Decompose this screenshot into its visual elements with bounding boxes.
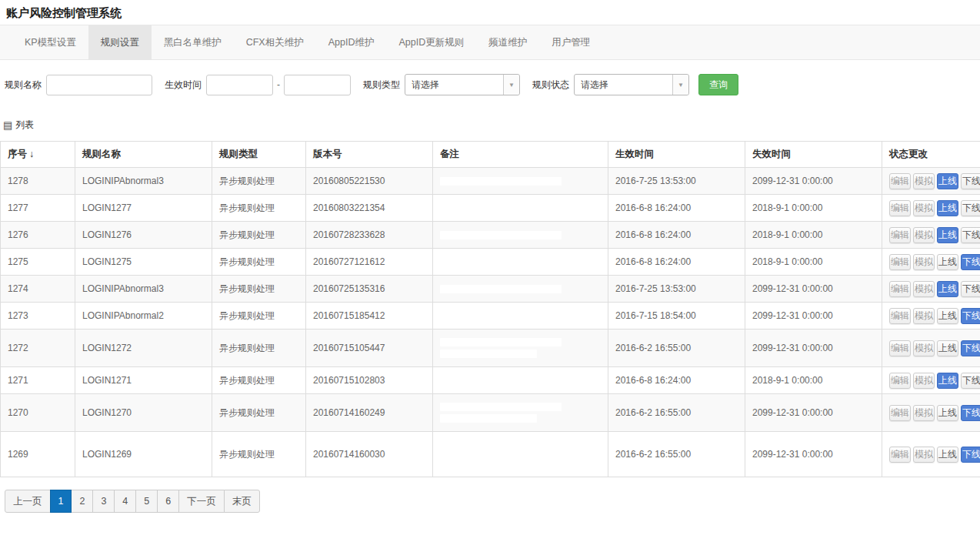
- page-number-button[interactable]: 6: [157, 490, 179, 513]
- rule-type-label: 规则类型: [363, 79, 400, 92]
- page-number-button[interactable]: 1: [50, 490, 72, 513]
- online-button[interactable]: 上线: [937, 281, 958, 297]
- cell-type: 异步规则处理: [212, 168, 306, 195]
- simulate-button[interactable]: 模拟: [913, 200, 935, 216]
- offline-button[interactable]: 下线: [961, 173, 980, 189]
- offline-button[interactable]: 下线: [961, 227, 980, 243]
- edit-button[interactable]: 编辑: [889, 373, 911, 389]
- column-label: 状态更改: [889, 149, 928, 159]
- search-button[interactable]: 查询: [698, 74, 738, 95]
- cell-expire: 2099-12-31 0:00:00: [745, 168, 882, 195]
- online-button[interactable]: 上线: [937, 405, 958, 421]
- cell-version: 20160727121612: [306, 249, 433, 276]
- online-button[interactable]: 上线: [937, 227, 958, 243]
- nav-tab-2[interactable]: 黑白名单维护: [152, 25, 234, 59]
- simulate-button[interactable]: 模拟: [913, 281, 935, 297]
- offline-button[interactable]: 下线: [961, 447, 980, 463]
- simulate-button[interactable]: 模拟: [913, 173, 935, 189]
- nav-tab-5[interactable]: AppID更新规则: [386, 25, 476, 59]
- rule-status-label: 规则状态: [532, 79, 569, 92]
- cell-id: 1269: [1, 432, 75, 477]
- nav-tab-3[interactable]: CFX相关维护: [234, 25, 316, 59]
- offline-button[interactable]: 下线: [961, 254, 980, 270]
- cell-name: LOGINIPAbnormal3: [75, 276, 212, 303]
- cell-expire: 2099-12-31 0:00:00: [745, 303, 882, 330]
- column-header[interactable]: 序号↓: [1, 142, 75, 168]
- status-button-group: 编辑模拟上线下线: [889, 254, 973, 270]
- list-section-header: ▤ 列表: [3, 119, 980, 132]
- cell-status-actions: 编辑模拟上线下线: [882, 432, 980, 477]
- online-button[interactable]: 上线: [937, 373, 958, 389]
- simulate-button[interactable]: 模拟: [913, 308, 935, 324]
- nav-tab-6[interactable]: 频道维护: [476, 25, 539, 59]
- edit-button[interactable]: 编辑: [889, 340, 911, 356]
- simulate-button[interactable]: 模拟: [913, 227, 935, 243]
- online-button[interactable]: 上线: [937, 173, 958, 189]
- page-number-button[interactable]: 2: [71, 490, 93, 513]
- offline-button[interactable]: 下线: [961, 200, 980, 216]
- cell-id: 1273: [1, 303, 75, 330]
- edit-button[interactable]: 编辑: [889, 405, 911, 421]
- cell-version: 20160725135316: [306, 276, 433, 303]
- status-button-group: 编辑模拟上线下线: [889, 308, 973, 324]
- rule-name-input[interactable]: [46, 75, 152, 95]
- edit-button[interactable]: 编辑: [889, 447, 911, 463]
- nav-tab-7[interactable]: 用户管理: [539, 25, 602, 59]
- offline-button[interactable]: 下线: [961, 281, 980, 297]
- cell-type: 异步规则处理: [212, 222, 306, 249]
- online-button[interactable]: 上线: [937, 200, 958, 216]
- cell-id: 1276: [1, 222, 75, 249]
- offline-button[interactable]: 下线: [961, 340, 980, 356]
- edit-button[interactable]: 编辑: [889, 200, 911, 216]
- offline-button[interactable]: 下线: [961, 373, 980, 389]
- page-number-button[interactable]: 4: [114, 490, 136, 513]
- status-button-group: 编辑模拟上线下线: [889, 227, 973, 243]
- cell-name: LOGIN1276: [75, 222, 212, 249]
- column-label: 生效时间: [615, 149, 654, 159]
- edit-button[interactable]: 编辑: [889, 254, 911, 270]
- rule-type-select[interactable]: 请选择 ▼: [405, 74, 520, 95]
- last-page-button[interactable]: 末页: [224, 490, 260, 513]
- cell-effective: 2016-6-2 16:55:00: [608, 394, 745, 432]
- edit-button[interactable]: 编辑: [889, 173, 911, 189]
- simulate-button[interactable]: 模拟: [913, 340, 935, 356]
- cell-expire: 2099-12-31 0:00:00: [745, 276, 882, 303]
- online-button[interactable]: 上线: [937, 254, 958, 270]
- nav-tab-4[interactable]: AppID维护: [316, 25, 387, 59]
- next-page-button[interactable]: 下一页: [178, 490, 225, 513]
- page-number-button[interactable]: 3: [92, 490, 115, 513]
- page-number-button[interactable]: 5: [135, 490, 158, 513]
- cell-type: 异步规则处理: [212, 276, 306, 303]
- cell-version: 20160714160249: [306, 394, 433, 432]
- simulate-button[interactable]: 模拟: [913, 373, 935, 389]
- cell-version: 20160803221354: [306, 195, 433, 222]
- online-button[interactable]: 上线: [937, 340, 958, 356]
- status-button-group: 编辑模拟上线下线: [889, 373, 973, 389]
- online-button[interactable]: 上线: [937, 447, 958, 463]
- edit-button[interactable]: 编辑: [889, 281, 911, 297]
- nav-tab-0[interactable]: KP模型设置: [12, 25, 88, 59]
- column-header: 备注: [433, 142, 608, 168]
- edit-button[interactable]: 编辑: [889, 227, 911, 243]
- effective-time-from-input[interactable]: [206, 75, 273, 95]
- offline-button[interactable]: 下线: [961, 308, 980, 324]
- cell-expire: 2018-9-1 0:00:00: [745, 367, 882, 394]
- cell-expire: 2018-9-1 0:00:00: [745, 222, 882, 249]
- online-button[interactable]: 上线: [937, 308, 958, 324]
- nav-tab-1[interactable]: 规则设置: [88, 25, 152, 59]
- cell-effective: 2016-6-8 16:24:00: [608, 222, 745, 249]
- cell-effective: 2016-7-15 18:54:00: [608, 303, 745, 330]
- simulate-button[interactable]: 模拟: [913, 447, 935, 463]
- cell-note: [433, 168, 608, 195]
- rule-status-select[interactable]: 请选择 ▼: [574, 74, 689, 95]
- simulate-button[interactable]: 模拟: [913, 254, 935, 270]
- simulate-button[interactable]: 模拟: [913, 405, 935, 421]
- prev-page-button[interactable]: 上一页: [5, 490, 51, 513]
- redacted-note: [440, 177, 562, 186]
- rule-name-label: 规则名称: [5, 79, 42, 92]
- edit-button[interactable]: 编辑: [889, 308, 911, 324]
- offline-button[interactable]: 下线: [961, 405, 980, 421]
- effective-time-to-input[interactable]: [284, 75, 351, 95]
- cell-status-actions: 编辑模拟上线下线: [882, 249, 980, 276]
- pagination: 上一页123456下一页末页: [5, 490, 980, 513]
